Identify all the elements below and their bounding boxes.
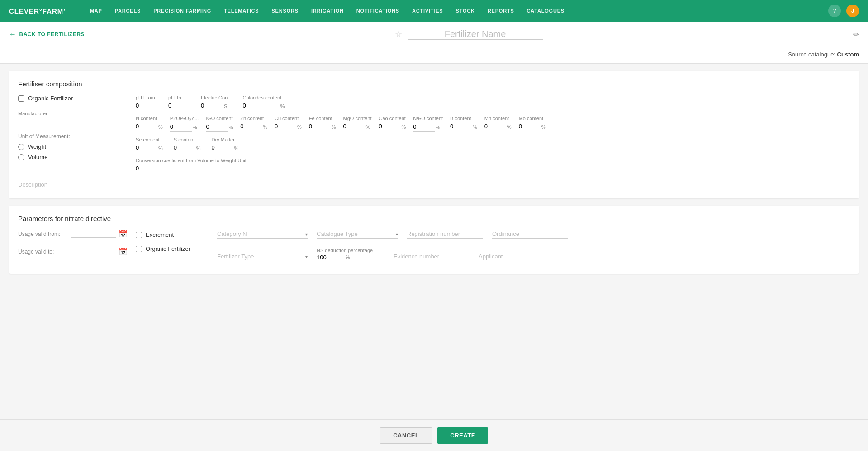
ph-from-input[interactable]: [136, 101, 157, 110]
evidence-number-input[interactable]: [394, 252, 470, 261]
fields-row-2: N content % P2OP₂O₅ c... %: [136, 116, 850, 132]
p2op-field: P2OP₂O₅ c... %: [170, 116, 199, 132]
nav-reports[interactable]: REPORTS: [481, 0, 521, 22]
nav-parcels[interactable]: PARCELS: [109, 0, 147, 22]
n-content-label: N content: [136, 116, 163, 121]
dry-matter-input[interactable]: [212, 143, 233, 152]
fertilizer-name-input[interactable]: [408, 29, 543, 40]
source-catalogue-value: Custom: [837, 51, 859, 58]
zn-unit: %: [263, 124, 267, 130]
back-to-fertilizers-link[interactable]: ← BACK TO FERTILIZERS: [9, 30, 85, 38]
chlorides-unit: %: [280, 103, 285, 109]
ph-from-field: pH From: [136, 95, 157, 110]
zn-label: Zn content: [240, 116, 267, 121]
mgo-field: MgO content %: [343, 116, 372, 132]
fertilizer-type-select-wrapper: Fertilizer Type ▾: [217, 252, 308, 261]
nav-sensors[interactable]: SENSORS: [265, 0, 304, 22]
nitrate-right-fields: Category N ▾ Catalogue Type ▾: [217, 230, 850, 261]
nitrate-organic-fertilizer-label: Organic Fertilizer: [146, 245, 190, 252]
conversion-input[interactable]: [136, 164, 262, 173]
fertilizer-type-select[interactable]: Fertilizer Type: [217, 252, 308, 261]
na2o-input[interactable]: [413, 122, 435, 132]
electric-con-label: Electric Con...: [201, 95, 232, 100]
b-input[interactable]: [450, 122, 472, 131]
mo-unit: %: [541, 124, 546, 130]
star-icon[interactable]: ☆: [395, 29, 402, 39]
weight-radio[interactable]: [18, 144, 24, 150]
chlorides-label: Chlorides content: [242, 95, 285, 100]
k2o-input[interactable]: [206, 122, 228, 132]
uom-group: Unit of Measurement: Weight Volume: [18, 133, 127, 160]
catalogue-type-wrap: Catalogue Type ▾: [317, 230, 398, 239]
se-field: Se content %: [136, 137, 163, 152]
s-input[interactable]: [174, 143, 195, 152]
evidence-number-wrap: [394, 252, 470, 261]
fe-label: Fe content: [309, 116, 336, 121]
ns-deduction-input[interactable]: [317, 254, 344, 261]
nav-map[interactable]: MAP: [84, 0, 109, 22]
nav-telematics[interactable]: TELEMATICS: [218, 0, 265, 22]
cancel-button[interactable]: CANCEL: [380, 427, 432, 444]
fields-row-3: Se content % S content %: [136, 137, 850, 152]
cao-input[interactable]: [379, 122, 401, 131]
ph-to-input[interactable]: [168, 101, 190, 110]
excrement-checkbox[interactable]: [136, 232, 142, 238]
calendar-to-icon[interactable]: 📅: [119, 247, 128, 256]
edit-icon[interactable]: ✏: [853, 30, 859, 39]
nav-stock[interactable]: STOCK: [450, 0, 481, 22]
calendar-from-icon[interactable]: 📅: [119, 230, 128, 238]
chlorides-input[interactable]: [242, 101, 279, 110]
organic-fertilizer-checkbox[interactable]: [18, 95, 24, 102]
nav-notifications[interactable]: NOTIFICATIONS: [350, 0, 406, 22]
manufacturer-input[interactable]: [18, 117, 127, 126]
p2op-input[interactable]: [170, 122, 192, 132]
category-n-select[interactable]: Category N: [217, 230, 308, 239]
cao-unit: %: [402, 124, 406, 130]
description-input[interactable]: [18, 180, 850, 189]
mo-label: Mo content: [519, 116, 546, 121]
k2o-unit: %: [228, 125, 233, 130]
nav-activities[interactable]: ACTIVITIES: [406, 0, 450, 22]
nav-precision-farming[interactable]: PRECISION FARMING: [147, 0, 218, 22]
mn-input[interactable]: [484, 122, 506, 131]
volume-radio-row: Volume: [18, 154, 127, 160]
conversion-label: Conversion coefficient from Volume to We…: [136, 158, 850, 163]
cu-input[interactable]: [275, 122, 296, 131]
composition-left: Organic Fertilizer Manufacturer Unit of …: [18, 95, 127, 173]
mo-input[interactable]: [519, 122, 541, 131]
excrement-row: Excrement: [136, 231, 208, 238]
help-icon[interactable]: ?: [828, 5, 841, 17]
n-content-input[interactable]: [136, 122, 157, 131]
nitrate-layout: Usage valid from: 📅 Usage valid to: 📅 E: [18, 230, 850, 265]
na2o-unit: %: [436, 125, 440, 130]
navbar: CLEVER°FARM' MAP PARCELS PRECISION FARMI…: [0, 0, 868, 22]
se-input[interactable]: [136, 143, 157, 152]
mgo-unit: %: [366, 124, 370, 130]
b-field: B content %: [450, 116, 477, 132]
create-button[interactable]: CREATE: [437, 427, 488, 444]
usage-valid-from-input[interactable]: [71, 230, 116, 238]
fields-row-1: pH From pH To Electric Con... S: [136, 95, 850, 110]
fe-unit: %: [332, 124, 336, 130]
zn-input[interactable]: [240, 122, 262, 131]
source-catalogue-bar: Source catalogue: Custom: [0, 47, 868, 64]
bottom-actions: CANCEL CREATE: [0, 419, 868, 451]
volume-radio[interactable]: [18, 154, 24, 160]
electric-con-input[interactable]: [201, 101, 223, 110]
applicant-input[interactable]: [479, 252, 555, 261]
nav-irrigation[interactable]: IRRIGATION: [305, 0, 350, 22]
k2o-field: K₂O content %: [206, 116, 233, 132]
mgo-input[interactable]: [343, 122, 365, 131]
user-avatar[interactable]: J: [846, 5, 859, 17]
ordinance-input[interactable]: [492, 230, 568, 239]
k2o-label: K₂O content: [206, 116, 233, 122]
nav-catalogues[interactable]: CATALOGUES: [521, 0, 571, 22]
ph-to-field: pH To: [168, 95, 190, 110]
usage-valid-to-input[interactable]: [71, 248, 116, 255]
fe-input[interactable]: [309, 122, 331, 131]
registration-number-input[interactable]: [407, 230, 483, 239]
catalogue-type-select[interactable]: Catalogue Type: [317, 230, 398, 239]
composition-right: pH From pH To Electric Con... S: [136, 95, 850, 173]
nav-links: MAP PARCELS PRECISION FARMING TELEMATICS…: [84, 0, 828, 22]
nitrate-organic-fertilizer-checkbox[interactable]: [136, 246, 142, 252]
